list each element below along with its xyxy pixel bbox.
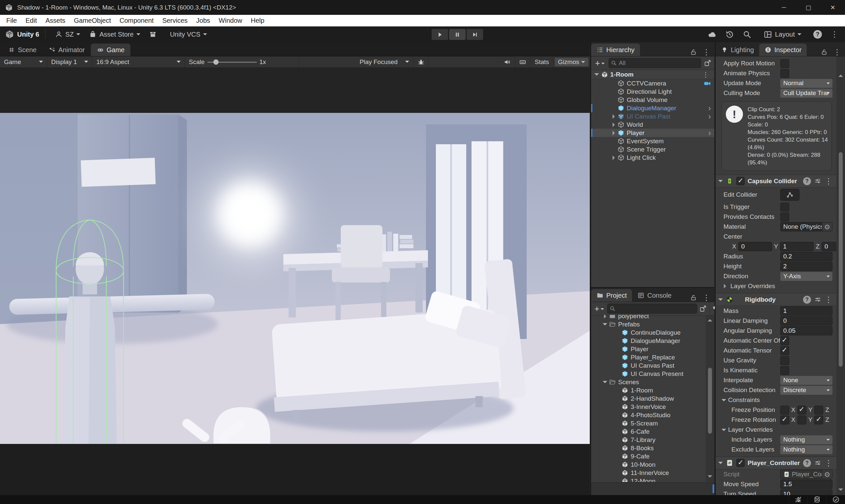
is-trigger-checkbox[interactable] — [780, 203, 789, 212]
height-field[interactable]: 2 — [780, 262, 832, 271]
prefab-chevron-icon[interactable]: › — [708, 112, 714, 121]
tab-console[interactable]: Console — [632, 289, 676, 302]
scale-slider-knob[interactable] — [213, 59, 218, 65]
radius-field[interactable]: 0.2 — [780, 252, 832, 261]
project-row[interactable]: 10-Moon — [591, 461, 706, 469]
menu-help[interactable]: Help — [247, 15, 269, 26]
exclude-layers-dropdown[interactable]: Nothing — [780, 445, 832, 454]
project-row[interactable]: UI Canvas Past — [591, 361, 706, 370]
menu-component[interactable]: Component — [115, 15, 158, 26]
project-row[interactable]: 7-Library — [591, 436, 706, 444]
stats-button[interactable]: Stats — [531, 56, 553, 68]
help-icon[interactable]: ? — [813, 30, 822, 39]
is-kinematic-checkbox[interactable] — [780, 366, 789, 375]
game-mode-dropdown[interactable]: Game — [0, 56, 47, 68]
account-dropdown[interactable]: SZ — [52, 29, 84, 40]
mute-audio-button[interactable] — [499, 56, 515, 68]
expander-icon[interactable] — [610, 123, 617, 127]
material-object-field[interactable]: None (Physics I ⊙ — [780, 222, 832, 231]
hierarchy-row[interactable]: Player› — [591, 129, 714, 137]
game-viewport[interactable] — [0, 67, 590, 495]
edit-collider-button[interactable] — [780, 189, 799, 201]
update-mode-dropdown[interactable]: Normal — [780, 79, 832, 88]
menu-services[interactable]: Services — [158, 15, 192, 26]
aspect-dropdown[interactable]: 16:9 Aspect — [92, 56, 185, 68]
component-kebab-icon[interactable]: ⋮ — [825, 459, 832, 467]
search-icon[interactable] — [743, 30, 752, 39]
project-row[interactable]: 11-InnerVoice — [591, 469, 706, 477]
scene-kebab-icon[interactable]: ⋮ — [702, 71, 711, 78]
freeze-rotation-y-checkbox[interactable] — [797, 416, 806, 425]
expander-icon[interactable] — [601, 321, 609, 328]
project-row[interactable]: 4-PhotoStudio — [591, 411, 706, 419]
component-kebab-icon[interactable]: ⋮ — [825, 177, 832, 185]
include-layers-dropdown[interactable]: Nothing — [780, 435, 832, 444]
auto-tensor-checkbox[interactable] — [780, 346, 789, 355]
freeze-rotation-x-checkbox[interactable] — [780, 416, 789, 425]
hierarchy-row[interactable]: Light Click — [591, 154, 714, 162]
foldout-open-icon[interactable] — [718, 180, 723, 184]
player-controller-header[interactable]: Player_Controller (Scri ? ⋮ — [716, 456, 837, 469]
scale-slider[interactable] — [207, 62, 257, 63]
freeze-position-y-checkbox[interactable] — [797, 406, 806, 415]
menu-edit[interactable]: Edit — [21, 15, 41, 26]
project-row[interactable]: Prefabs — [591, 320, 706, 328]
component-kebab-icon[interactable]: ⋮ — [825, 296, 832, 304]
unity-vcs-dropdown[interactable]: Unity VCS — [167, 29, 210, 40]
component-enabled-checkbox[interactable] — [736, 459, 745, 467]
project-row[interactable]: 12-Moon — [591, 477, 706, 482]
object-picker-icon[interactable]: ⊙ — [822, 222, 832, 231]
project-row[interactable]: Scenes — [591, 378, 706, 386]
tab-animator[interactable]: Animator — [42, 43, 91, 56]
foldout-open-icon[interactable] — [594, 73, 599, 78]
asset-store-dropdown[interactable]: Asset Store — [86, 29, 143, 40]
hierarchy-row[interactable]: Scene Trigger — [591, 145, 714, 154]
tab-project[interactable]: Project — [591, 289, 632, 302]
unlock-icon[interactable] — [690, 294, 697, 301]
object-picker-icon[interactable]: ⊙ — [822, 470, 832, 479]
project-row[interactable]: ContinueDialogue — [591, 328, 706, 337]
project-row[interactable]: polyperfect — [591, 315, 706, 320]
rigidbody-layer-overrides-foldout[interactable]: Layer Overrides — [716, 425, 837, 435]
toolbar-kebab-icon[interactable]: ⋮ — [830, 30, 839, 38]
hierarchy-add-button[interactable]: + — [594, 58, 606, 68]
presets-icon[interactable] — [814, 459, 822, 467]
menu-window[interactable]: Window — [214, 15, 246, 26]
rigidbody-header[interactable]: Rigidbody ? ⋮ — [716, 293, 837, 306]
console-status-button[interactable] — [826, 495, 845, 504]
step-button[interactable] — [466, 29, 483, 40]
expander-icon[interactable] — [610, 131, 617, 135]
hierarchy-row[interactable]: CCTVCamera — [591, 79, 714, 88]
expander-icon[interactable] — [610, 114, 617, 119]
freeze-position-x-checkbox[interactable] — [780, 406, 789, 415]
project-scrollbar[interactable] — [706, 315, 714, 482]
menu-jobs[interactable]: Jobs — [192, 15, 214, 26]
project-row[interactable]: 8-Books — [591, 444, 706, 452]
direction-dropdown[interactable]: Y-Axis — [780, 272, 832, 281]
tab-lighting[interactable]: Lighting — [716, 43, 759, 56]
project-row[interactable]: 3-InnerVoice — [591, 403, 706, 411]
hierarchy-search-input[interactable] — [618, 59, 699, 67]
maximize-button[interactable]: ▢ — [796, 0, 821, 15]
freeze-rotation-z-checkbox[interactable] — [814, 416, 823, 425]
component-enabled-checkbox[interactable] — [736, 177, 745, 185]
capsule-layer-overrides-foldout[interactable]: Layer Overrides — [716, 281, 837, 291]
project-add-button[interactable]: + — [593, 304, 605, 314]
help-icon[interactable]: ? — [803, 296, 811, 304]
hierarchy-row[interactable]: Directional Light — [591, 88, 714, 96]
presets-icon[interactable] — [814, 296, 822, 303]
help-icon[interactable]: ? — [803, 177, 811, 185]
project-row[interactable]: Player_Replace — [591, 353, 706, 361]
hierarchy-kebab-icon[interactable]: ⋮ — [702, 48, 710, 56]
culling-mode-dropdown[interactable]: Cull Update Trar — [780, 89, 832, 98]
minimize-button[interactable]: ─ — [772, 0, 796, 15]
project-search-input[interactable] — [617, 305, 695, 312]
gizmos-dropdown[interactable]: Gizmos — [555, 58, 588, 66]
tab-inspector[interactable]: Inspector — [759, 43, 807, 56]
script-object-field[interactable]: Player_Contr ⊙ — [780, 470, 832, 479]
freeze-position-z-checkbox[interactable] — [814, 406, 823, 415]
turn-speed-field[interactable]: 10 — [780, 489, 832, 495]
cloud-icon[interactable] — [708, 30, 717, 39]
display-dropdown[interactable]: Display 1 — [47, 56, 92, 68]
unlock-icon[interactable] — [821, 49, 828, 56]
